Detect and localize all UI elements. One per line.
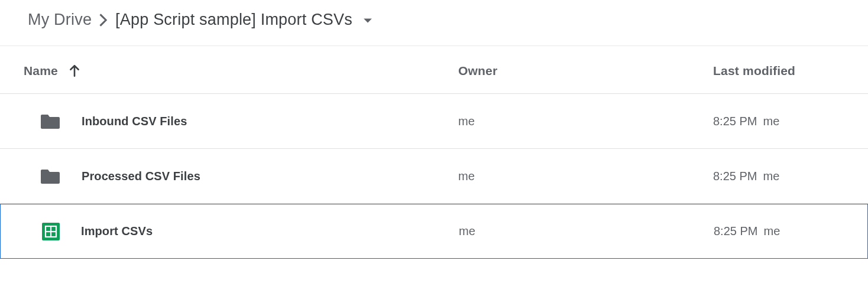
modified-time: 8:25 PM (713, 170, 757, 183)
cell-owner: me (458, 115, 713, 128)
cell-owner: me (459, 224, 714, 238)
cell-modified: 8:25 PMme (713, 115, 844, 128)
breadcrumb: My Drive [App Script sample] Import CSVs (0, 0, 868, 46)
cell-modified: 8:25 PMme (713, 170, 844, 183)
file-list: Inbound CSV Filesme8:25 PMmeProcessed CS… (0, 94, 868, 259)
breadcrumb-current[interactable]: [App Script sample] Import CSVs (115, 11, 373, 29)
modified-by: me (763, 170, 779, 183)
chevron-right-icon (99, 14, 108, 27)
table-row[interactable]: Import CSVsme8:25 PMme (0, 204, 868, 259)
modified-time: 8:25 PM (713, 115, 757, 128)
sheets-icon (42, 223, 60, 240)
modified-time: 8:25 PM (714, 224, 757, 238)
column-header-modified[interactable]: Last modified (713, 64, 844, 78)
cell-modified: 8:25 PMme (714, 224, 844, 238)
cell-name: Import CSVs (24, 223, 459, 240)
table-row[interactable]: Inbound CSV Filesme8:25 PMme (0, 94, 868, 149)
drive-view: My Drive [App Script sample] Import CSVs… (0, 0, 868, 259)
caret-down-icon[interactable] (363, 18, 373, 24)
table-header: Name Owner Last modified (0, 46, 868, 94)
folder-icon (40, 167, 60, 185)
table-row[interactable]: Processed CSV Filesme8:25 PMme (0, 149, 868, 204)
modified-by: me (763, 115, 779, 128)
cell-name: Inbound CSV Files (24, 112, 458, 130)
column-owner-label: Owner (458, 64, 497, 77)
file-name: Import CSVs (81, 224, 153, 238)
folder-icon (40, 112, 60, 130)
cell-name: Processed CSV Files (24, 167, 458, 185)
file-name: Inbound CSV Files (82, 115, 187, 128)
arrow-up-icon[interactable] (69, 64, 80, 77)
column-header-owner[interactable]: Owner (458, 64, 713, 78)
column-header-name[interactable]: Name (24, 64, 458, 78)
column-name-label: Name (24, 64, 58, 78)
breadcrumb-current-label: [App Script sample] Import CSVs (115, 11, 352, 28)
column-modified-label: Last modified (713, 64, 795, 77)
modified-by: me (763, 224, 780, 238)
breadcrumb-root[interactable]: My Drive (28, 11, 92, 29)
file-name: Processed CSV Files (82, 170, 200, 183)
cell-owner: me (458, 170, 713, 183)
